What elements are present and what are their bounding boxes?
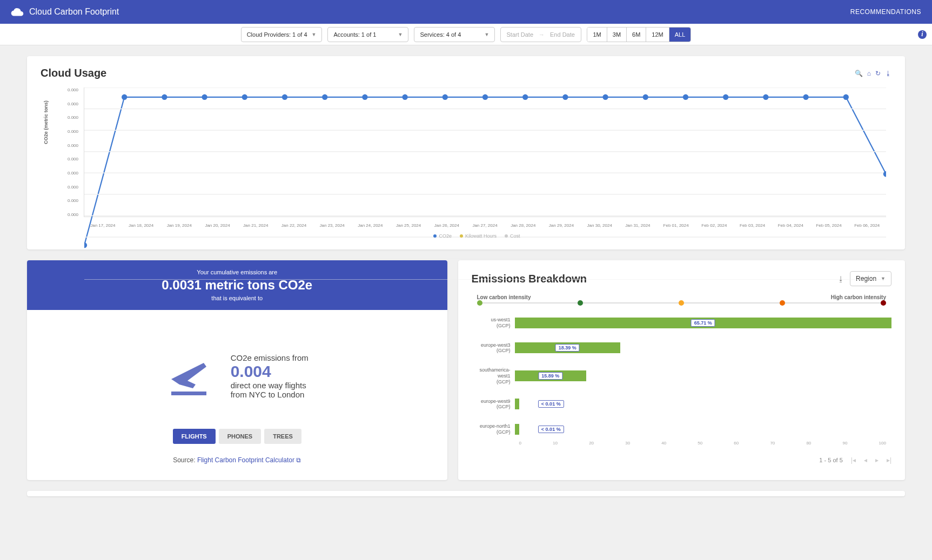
next-page-icon[interactable]: ▸ — [875, 456, 879, 464]
line-chart: CO2e (metric tons) 0.0000.0000.0000.0000… — [62, 87, 891, 239]
bar-x-tick: 30 — [625, 441, 630, 446]
recommendations-link[interactable]: RECOMMENDATIONS — [850, 8, 921, 16]
legend-item[interactable]: Cost — [505, 233, 520, 239]
tab-trees[interactable]: TREES — [264, 429, 301, 444]
intensity-dot — [578, 300, 583, 306]
cloud-icon — [11, 7, 24, 17]
chevron-down-icon: ▼ — [485, 32, 490, 37]
svg-point-21 — [522, 95, 528, 100]
range-3m[interactable]: 3M — [607, 28, 627, 42]
x-tick: Feb 01, 2024 — [657, 223, 695, 228]
svg-point-13 — [202, 95, 207, 100]
start-date-placeholder: Start Date — [506, 31, 533, 38]
x-tick: Jan 27, 2024 — [466, 223, 504, 228]
bar-value-badge: 18.39 % — [555, 344, 580, 352]
app-logo[interactable]: Cloud Carbon Footprint — [11, 7, 119, 17]
bar-fill[interactable] — [515, 424, 519, 435]
intensity-dot — [881, 300, 886, 306]
equivalents-tabs: FLIGHTSPHONESTREES — [173, 429, 301, 444]
plot-area[interactable] — [84, 87, 886, 217]
home-icon[interactable]: ⌂ — [867, 70, 871, 77]
x-tick: Jan 24, 2024 — [351, 223, 390, 228]
svg-point-17 — [362, 95, 367, 100]
equiv-post-text: that is equivalent to — [36, 295, 439, 301]
chevron-down-icon: ▼ — [398, 32, 403, 37]
bar-label: europe-west3(GCP) — [472, 342, 515, 354]
svg-point-19 — [442, 95, 448, 100]
bar-label: us-west1(GCP) — [472, 317, 515, 329]
y-tick: 0.000 — [62, 212, 78, 217]
bar-row: europe-west9(GCP)< 0.01 % — [472, 399, 892, 410]
x-tick: Feb 03, 2024 — [733, 223, 772, 228]
bar-value-badge: 15.89 % — [538, 372, 562, 380]
svg-point-22 — [562, 95, 568, 100]
cloud-providers-dropdown[interactable]: Cloud Providers: 1 of 4 ▼ — [241, 27, 323, 42]
svg-point-18 — [402, 95, 407, 100]
bar-track: 18.39 % — [515, 342, 892, 353]
svg-point-15 — [282, 95, 287, 100]
download-icon[interactable]: ⭳ — [885, 70, 891, 77]
date-range-input[interactable]: Start Date → End Date — [500, 27, 581, 42]
prev-page-icon[interactable]: ◂ — [864, 456, 867, 464]
bar-x-tick: 0 — [519, 441, 521, 446]
pagination: 1 - 5 of 5 |◂ ◂ ▸ ▸| — [472, 456, 892, 464]
bar-track: 15.89 % — [515, 370, 892, 381]
last-page-icon[interactable]: ▸| — [887, 456, 891, 464]
end-date-placeholder: End Date — [550, 31, 575, 38]
range-all[interactable]: ALL — [669, 28, 691, 42]
tab-phones[interactable]: PHONES — [219, 429, 261, 444]
dropdown-label: Cloud Providers: 1 of 4 — [247, 31, 307, 38]
svg-point-12 — [162, 95, 167, 100]
info-icon[interactable]: i — [918, 30, 927, 39]
svg-rect-31 — [171, 392, 206, 395]
x-tick: Feb 05, 2024 — [810, 223, 848, 228]
x-tick: Jan 31, 2024 — [619, 223, 657, 228]
equiv-value: 0.004 — [231, 362, 309, 381]
bar-row: us-west1(GCP)65.71 % — [472, 317, 892, 329]
y-tick: 0.000 — [62, 185, 78, 190]
x-tick: Jan 22, 2024 — [275, 223, 313, 228]
legend-item[interactable]: CO2e — [433, 233, 452, 239]
range-12m[interactable]: 12M — [646, 28, 669, 42]
y-axis-label: CO2e (metric tons) — [43, 100, 49, 144]
bar-x-tick: 70 — [770, 441, 775, 446]
bar-track: 65.71 % — [515, 318, 892, 328]
bar-x-axis: 0102030405060708090100 — [519, 441, 892, 446]
refresh-icon[interactable]: ↻ — [875, 70, 881, 77]
intensity-dot — [780, 300, 785, 306]
zoom-icon[interactable]: 🔍 — [855, 70, 863, 77]
bar-track: < 0.01 % — [515, 399, 892, 409]
tab-flights[interactable]: FLIGHTS — [173, 429, 216, 444]
svg-point-29 — [843, 95, 849, 100]
y-tick: 0.000 — [62, 143, 78, 148]
range-6m[interactable]: 6M — [627, 28, 646, 42]
first-page-icon[interactable]: |◂ — [851, 456, 856, 464]
svg-point-26 — [723, 95, 728, 100]
cloud-usage-card: Cloud Usage 🔍 ⌂ ↻ ⭳ CO2e (metric tons) 0… — [27, 56, 905, 249]
accounts-dropdown[interactable]: Accounts: 1 of 1 ▼ — [327, 27, 408, 42]
y-tick: 0.000 — [62, 129, 78, 134]
bar-row: southamerica-west1(GCP)15.89 % — [472, 367, 892, 384]
bar-x-tick: 40 — [661, 441, 666, 446]
low-intensity-label: Low carbon intensity — [477, 294, 531, 300]
bar-fill[interactable]: 15.89 % — [515, 370, 587, 381]
y-tick: 0.000 — [62, 87, 78, 92]
breakdown-card: Emissions Breakdown ⭳ Region ▼ Low carbo… — [458, 260, 906, 480]
intensity-dot — [477, 300, 482, 306]
intensity-labels: Low carbon intensity High carbon intensi… — [472, 294, 892, 300]
bar-label: southamerica-west1(GCP) — [472, 367, 515, 384]
x-tick: Jan 20, 2024 — [198, 223, 237, 228]
services-dropdown[interactable]: Services: 4 of 4 ▼ — [414, 27, 495, 42]
source-link[interactable]: Flight Carbon Footprint Calculator ⧉ — [197, 456, 301, 464]
equiv-line2a: direct one way flights — [231, 381, 309, 390]
bar-fill[interactable]: 18.39 % — [515, 342, 620, 353]
next-card-peek — [27, 491, 905, 496]
bar-fill[interactable] — [515, 399, 519, 409]
bar-x-tick: 100 — [879, 441, 886, 446]
y-tick: 0.000 — [62, 102, 78, 106]
range-1m[interactable]: 1M — [587, 28, 607, 42]
bar-x-tick: 80 — [806, 441, 811, 446]
legend-item[interactable]: Kilowatt Hours — [460, 233, 497, 239]
bar-fill[interactable]: 65.71 % — [515, 318, 892, 328]
bar-row: europe-west3(GCP)18.39 % — [472, 342, 892, 354]
